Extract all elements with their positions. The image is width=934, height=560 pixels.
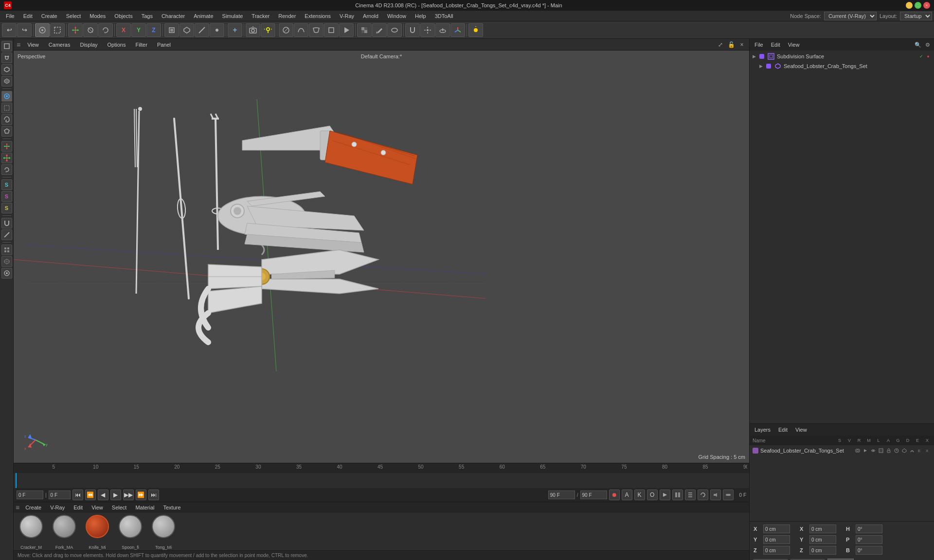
timeline-next-frame-button[interactable]: ▶▶ xyxy=(123,490,134,500)
viewport-canvas[interactable]: Perspective Default Camera:* Grid Spacin… xyxy=(14,51,749,463)
vp-options-menu[interactable]: Options xyxy=(105,41,129,49)
vp-view-menu[interactable]: View xyxy=(24,41,42,49)
coord-z-pos-input[interactable] xyxy=(763,546,790,555)
menu-window[interactable]: Window xyxy=(383,12,410,20)
timeline-key-all-button[interactable]: K xyxy=(634,490,645,500)
scale-tool-button[interactable] xyxy=(83,23,98,37)
lt-magnet[interactable] xyxy=(1,218,12,228)
mat-edit-menu[interactable]: Edit xyxy=(71,504,86,511)
menu-tags[interactable]: Tags xyxy=(138,12,157,20)
vp-lock-button[interactable]: 🔓 xyxy=(727,40,736,49)
timeline-record-button[interactable]: ⏺ xyxy=(609,490,620,500)
layer-icon-geo[interactable] xyxy=(901,447,908,454)
lt-lasso[interactable] xyxy=(1,114,12,125)
menu-3dtoall[interactable]: 3DToAll xyxy=(431,12,457,20)
lt-live-sel[interactable] xyxy=(1,91,12,102)
layout-select[interactable]: Startup xyxy=(900,12,932,20)
menu-objects[interactable]: Objects xyxy=(110,12,136,20)
layer-view-menu[interactable]: View xyxy=(792,426,810,434)
obj-search-icon[interactable]: 🔍 xyxy=(914,40,922,49)
paint-button[interactable] xyxy=(372,23,387,37)
magnet-button[interactable] xyxy=(405,23,420,37)
sculpt-button[interactable] xyxy=(387,23,402,37)
layer-icon-expression[interactable]: E xyxy=(916,447,923,454)
layer-icon-deform[interactable] xyxy=(909,447,916,454)
coord-p-scale-input[interactable] xyxy=(856,535,882,544)
material-thumb-tong[interactable] xyxy=(152,515,175,538)
menu-create[interactable]: Create xyxy=(37,12,61,20)
lt-mode-points[interactable] xyxy=(1,52,12,63)
menu-simulate[interactable]: Simulate xyxy=(218,12,247,20)
menu-vray[interactable]: V-Ray xyxy=(336,12,358,20)
y-axis-button[interactable]: Y xyxy=(131,23,146,37)
lt-scale[interactable] xyxy=(1,153,12,163)
timeline-start-frame-input[interactable] xyxy=(49,490,71,499)
timeline-end-frame2-input[interactable] xyxy=(580,490,607,499)
object-tool-button[interactable] xyxy=(164,23,179,37)
layer-edit-menu[interactable]: Edit xyxy=(775,426,790,434)
layer-icon-manager[interactable] xyxy=(878,447,884,454)
mat-texture-menu[interactable]: Texture xyxy=(161,504,184,511)
layer-icon-camera[interactable] xyxy=(854,447,861,454)
layer-layers-menu[interactable]: Layers xyxy=(752,426,773,434)
camera-button[interactable] xyxy=(246,23,260,37)
layer-icon-visible[interactable] xyxy=(870,447,877,454)
lt-s-tool3[interactable]: S xyxy=(1,203,12,213)
mat-menu-toggle[interactable]: ≡ xyxy=(16,504,19,511)
minimize-button[interactable]: − xyxy=(906,2,913,9)
obj-settings-icon[interactable]: ⚙ xyxy=(923,40,932,49)
menu-edit[interactable]: Edit xyxy=(19,12,36,20)
lt-grid[interactable] xyxy=(1,245,12,255)
timeline-end-button[interactable]: ⏭ xyxy=(148,490,159,500)
mat-view-menu[interactable]: View xyxy=(89,504,106,511)
coord-b-scale-input[interactable] xyxy=(856,546,882,555)
rect-selection-button[interactable] xyxy=(50,23,65,37)
vp-cameras-menu[interactable]: Cameras xyxy=(46,41,73,49)
maximize-button[interactable]: □ xyxy=(915,2,921,9)
lt-grid2[interactable] xyxy=(1,256,12,267)
lt-s-tool[interactable]: S xyxy=(1,179,12,190)
layer-icon-anim[interactable] xyxy=(893,447,900,454)
material-thumb-fork[interactable] xyxy=(53,515,76,538)
mat-create-menu[interactable]: Create xyxy=(22,504,44,511)
viewport-menu-toggle[interactable]: ≡ xyxy=(17,41,20,49)
vp-panel-menu[interactable]: Panel xyxy=(154,41,174,49)
vp-close-button[interactable]: × xyxy=(737,40,746,49)
move-tool-button[interactable] xyxy=(68,23,83,37)
lt-knife[interactable] xyxy=(1,229,12,240)
material-item-tong[interactable]: Tong_Mi xyxy=(149,515,178,550)
light-icon-button[interactable] xyxy=(468,23,483,37)
vp-filter-menu[interactable]: Filter xyxy=(132,41,150,49)
timeline-current-frame-input[interactable] xyxy=(17,490,43,499)
material-thumb-spoon[interactable] xyxy=(119,515,142,538)
lt-mode-object[interactable] xyxy=(1,41,12,52)
coord-x-rot-input[interactable] xyxy=(809,525,836,533)
lt-rotate[interactable] xyxy=(1,164,12,175)
timeline-next-key-button[interactable]: ⏩ xyxy=(136,490,146,500)
obj-expand-subdivision[interactable]: ▶ xyxy=(753,54,757,59)
timeline-onion-button[interactable]: O xyxy=(647,490,658,500)
lt-s-tool2[interactable]: S xyxy=(1,191,12,202)
add-button[interactable]: + xyxy=(228,23,242,37)
spline-button[interactable] xyxy=(294,23,308,37)
timeline-track[interactable] xyxy=(14,473,749,488)
x-axis-button[interactable]: X xyxy=(116,23,131,37)
redo-button[interactable]: ↪ xyxy=(17,23,32,37)
material-thumb-cracker[interactable] xyxy=(19,515,43,538)
menu-arnold[interactable]: Arnold xyxy=(359,12,382,20)
lt-mode-polygons[interactable] xyxy=(1,76,12,87)
texture-button[interactable] xyxy=(357,23,372,37)
vp-display-menu[interactable]: Display xyxy=(77,41,100,49)
primitives-button[interactable] xyxy=(324,23,339,37)
axis-button[interactable] xyxy=(450,23,465,37)
menu-select[interactable]: Select xyxy=(62,12,85,20)
timeline-end-frame-input[interactable] xyxy=(548,490,575,499)
vp-expand-button[interactable]: ⤢ xyxy=(716,40,725,49)
layer-icon-lock[interactable] xyxy=(885,447,892,454)
obj-row-seafood-set[interactable]: ▶ Seafood_Lobster_Crab_Tongs_Set xyxy=(750,61,934,71)
lt-mode-edges[interactable] xyxy=(1,64,12,75)
timeline-auto-key-button[interactable]: A xyxy=(622,490,632,500)
menu-file[interactable]: File xyxy=(2,12,18,20)
timeline-fps-button[interactable] xyxy=(672,490,683,500)
material-item-cracker[interactable]: Cracker_M xyxy=(17,515,46,550)
